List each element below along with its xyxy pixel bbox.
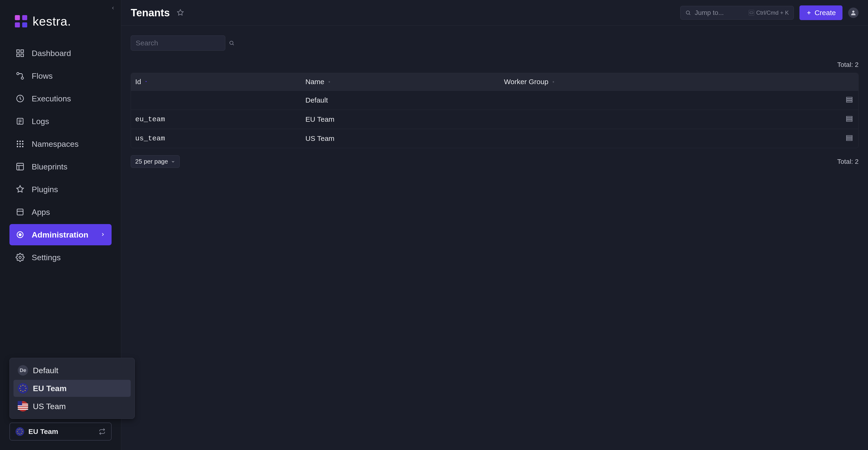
row-details-button[interactable]	[845, 96, 854, 104]
svg-point-15	[17, 140, 18, 142]
sidebar-item-flows[interactable]: Flows	[9, 65, 112, 87]
sidebar-item-namespaces[interactable]: Namespaces	[9, 133, 112, 155]
plus-icon	[806, 10, 812, 15]
per-page-select[interactable]: 25 per page	[131, 155, 180, 168]
svg-rect-45	[18, 409, 28, 410]
svg-point-39	[20, 388, 20, 389]
sidebar-item-executions[interactable]: Executions	[9, 88, 112, 109]
column-header-worker-group[interactable]: Worker Group	[504, 78, 830, 86]
sidebar-item-dashboard[interactable]: Dashboard	[9, 42, 112, 64]
svg-point-17	[22, 140, 23, 142]
table-row[interactable]: us_team US Team	[131, 129, 858, 148]
svg-rect-67	[846, 101, 852, 102]
column-header-label: Id	[135, 78, 141, 86]
sort-icon	[551, 79, 556, 84]
tenant-option-label: EU Team	[33, 384, 67, 393]
dashboard-icon	[15, 48, 25, 58]
column-header-id[interactable]: Id	[135, 78, 305, 86]
svg-rect-68	[846, 116, 852, 118]
sidebar-item-blueprints[interactable]: Blueprints	[9, 156, 112, 177]
chevron-down-icon	[171, 160, 175, 164]
column-header-name[interactable]: Name	[305, 78, 504, 86]
jump-to-button[interactable]: Jump to... Ctrl/Cmd + K	[680, 6, 794, 20]
sidebar-item-plugins[interactable]: Plugins	[9, 179, 112, 200]
sort-down-icon	[144, 79, 149, 84]
tenant-option-label: US Team	[33, 402, 66, 411]
sidebar-item-logs[interactable]: Logs	[9, 110, 112, 132]
sidebar-item-administration[interactable]: Administration	[9, 224, 112, 245]
table-row[interactable]: Default	[131, 91, 858, 110]
row-details-button[interactable]	[845, 115, 854, 124]
svg-point-31	[19, 256, 21, 259]
settings-icon	[15, 252, 25, 262]
svg-point-18	[17, 143, 18, 144]
jump-to-placeholder: Jump to...	[695, 9, 745, 17]
svg-rect-0	[15, 15, 20, 20]
cell-name: Default	[305, 96, 504, 104]
svg-point-34	[25, 386, 26, 387]
sidebar-collapse-button[interactable]	[109, 4, 117, 12]
favorite-star-button[interactable]	[177, 9, 184, 17]
chevron-left-icon	[111, 6, 115, 10]
row-details-button[interactable]	[845, 134, 854, 143]
tenant-option-eu-team[interactable]: EU Team	[13, 380, 131, 397]
svg-point-37	[23, 391, 23, 392]
svg-point-35	[26, 388, 27, 389]
blueprints-icon	[15, 162, 25, 171]
sidebar-item-label: Blueprints	[32, 162, 67, 171]
table-header: Id Name Worker Group	[131, 73, 858, 91]
sidebar-item-settings[interactable]: Settings	[9, 247, 112, 268]
svg-point-30	[19, 233, 21, 236]
svg-point-22	[20, 146, 21, 147]
keyboard-icon	[749, 10, 754, 15]
svg-point-40	[20, 386, 21, 387]
svg-point-33	[23, 385, 23, 386]
brand-logo[interactable]: kestra.	[0, 0, 121, 42]
tenants-table: Id Name Worker Group	[131, 73, 859, 148]
column-header-label: Worker Group	[504, 78, 549, 86]
svg-point-36	[25, 390, 26, 391]
svg-point-48	[20, 429, 20, 429]
svg-rect-70	[846, 120, 852, 121]
total-count-bottom: Total: 2	[837, 158, 859, 165]
executions-icon	[15, 94, 25, 103]
svg-rect-4	[17, 50, 20, 53]
tenant-option-default[interactable]: De Default	[13, 362, 131, 379]
svg-rect-44	[18, 407, 28, 408]
svg-rect-7	[21, 54, 23, 57]
svg-point-8	[17, 72, 19, 75]
sidebar-item-label: Executions	[32, 94, 71, 103]
user-icon	[850, 9, 857, 16]
svg-point-23	[22, 146, 23, 147]
svg-point-21	[17, 146, 18, 147]
logs-icon	[15, 116, 25, 126]
svg-rect-69	[846, 118, 852, 119]
svg-point-55	[18, 429, 19, 430]
table-row[interactable]: eu_team EU Team	[131, 110, 858, 129]
svg-point-19	[20, 143, 21, 144]
search-input[interactable]	[136, 39, 225, 47]
chevron-right-icon	[100, 232, 106, 237]
cell-name: EU Team	[305, 115, 504, 123]
svg-rect-5	[21, 50, 23, 53]
tenant-switcher-button[interactable]: EU Team	[9, 423, 112, 441]
page-title: Tenants	[131, 7, 170, 19]
svg-rect-71	[846, 135, 852, 137]
svg-point-62	[852, 10, 854, 12]
create-button[interactable]: Create	[800, 5, 842, 20]
svg-point-9	[21, 77, 24, 79]
svg-marker-56	[178, 9, 183, 15]
namespaces-icon	[15, 139, 25, 149]
brand-logo-mark	[14, 14, 28, 28]
svg-rect-2	[15, 23, 20, 27]
svg-rect-65	[846, 97, 852, 98]
user-menu-button[interactable]	[848, 7, 859, 18]
tenant-option-us-team[interactable]: US Team	[13, 398, 131, 415]
sidebar-item-label: Settings	[32, 253, 61, 262]
svg-rect-73	[846, 139, 852, 140]
tenant-avatar-icon	[18, 401, 28, 412]
search-box[interactable]	[131, 35, 225, 51]
sidebar-item-apps[interactable]: Apps	[9, 201, 112, 223]
plugins-icon	[15, 184, 25, 194]
keyboard-shortcut-label: Ctrl/Cmd + K	[756, 9, 789, 16]
